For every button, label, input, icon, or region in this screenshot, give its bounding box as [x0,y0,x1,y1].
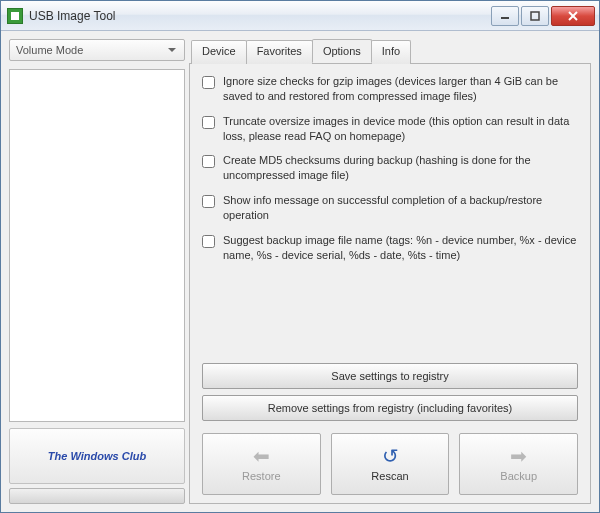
options-page: Ignore size checks for gzip images (devi… [189,63,591,504]
svg-rect-1 [531,12,539,20]
close-icon [568,11,578,21]
maximize-icon [530,11,540,21]
option-ignore-size-checkbox[interactable] [202,76,215,89]
tabstrip: Device Favorites Options Info [191,39,591,63]
option-ignore-size[interactable]: Ignore size checks for gzip images (devi… [202,74,578,104]
minimize-button[interactable] [491,6,519,26]
restore-label: Restore [242,470,281,482]
maximize-button[interactable] [521,6,549,26]
main-window: USB Image Tool Volume Mode The Windows C… [0,0,600,513]
titlebar: USB Image Tool [1,1,599,31]
option-infomsg[interactable]: Show info message on successful completi… [202,193,578,223]
refresh-icon: ↺ [382,446,399,466]
arrow-right-icon: ➡ [510,446,527,466]
restore-button[interactable]: ⬅ Restore [202,433,321,495]
minimize-icon [500,11,510,21]
spacer [202,272,578,363]
action-row: ⬅ Restore ↺ Rescan ➡ Backup [202,433,578,495]
mode-select-value: Volume Mode [16,44,83,56]
tab-device[interactable]: Device [191,40,247,64]
remove-registry-button[interactable]: Remove settings from registry (including… [202,395,578,421]
tab-options[interactable]: Options [312,39,372,63]
logo-text: The Windows Club [48,450,146,462]
device-list[interactable] [9,69,185,422]
tab-info[interactable]: Info [371,40,411,64]
window-title: USB Image Tool [29,9,489,23]
mode-select[interactable]: Volume Mode [9,39,185,61]
option-ignore-size-label: Ignore size checks for gzip images (devi… [223,74,578,104]
option-suggest-name[interactable]: Suggest backup image file name (tags: %n… [202,233,578,263]
backup-button[interactable]: ➡ Backup [459,433,578,495]
option-suggest-name-checkbox[interactable] [202,235,215,248]
right-column: Device Favorites Options Info Ignore siz… [189,39,591,504]
app-icon [7,8,23,24]
rescan-button[interactable]: ↺ Rescan [331,433,450,495]
left-column: Volume Mode The Windows Club [9,39,185,504]
window-controls [489,6,595,26]
tab-favorites[interactable]: Favorites [246,40,313,64]
option-truncate[interactable]: Truncate oversize images in device mode … [202,114,578,144]
arrow-left-icon: ⬅ [253,446,270,466]
option-infomsg-checkbox[interactable] [202,195,215,208]
option-md5-checkbox[interactable] [202,155,215,168]
rescan-label: Rescan [371,470,408,482]
progress-bar [9,488,185,504]
save-registry-button[interactable]: Save settings to registry [202,363,578,389]
option-truncate-checkbox[interactable] [202,116,215,129]
backup-label: Backup [500,470,537,482]
option-suggest-name-label: Suggest backup image file name (tags: %n… [223,233,578,263]
close-button[interactable] [551,6,595,26]
body: Volume Mode The Windows Club Device Favo… [1,31,599,512]
option-truncate-label: Truncate oversize images in device mode … [223,114,578,144]
option-infomsg-label: Show info message on successful completi… [223,193,578,223]
option-md5[interactable]: Create MD5 checksums during backup (hash… [202,153,578,183]
option-md5-label: Create MD5 checksums during backup (hash… [223,153,578,183]
logo-panel: The Windows Club [9,428,185,484]
